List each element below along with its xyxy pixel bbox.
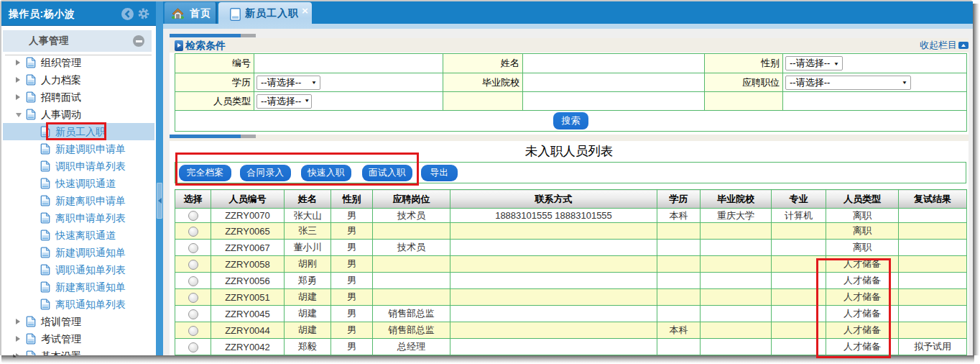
row-radio[interactable] <box>188 243 198 253</box>
cell: ZZRY0058 <box>211 256 285 273</box>
sidebar-item-label: 新建调职通知单 <box>55 244 126 261</box>
form-label: 性别 <box>705 54 783 73</box>
cell <box>657 306 701 322</box>
sidebar-item-0[interactable]: 组织管理 <box>3 54 154 71</box>
sidebar-item-2[interactable]: 招聘面试 <box>3 88 154 106</box>
doc-icon <box>40 247 50 258</box>
doc-icon <box>40 299 50 310</box>
form-select-position[interactable]: --请选择--▼ <box>785 76 911 90</box>
doc-icon <box>26 74 36 86</box>
tree-expander-icon[interactable] <box>16 336 20 342</box>
row-select-cell <box>175 240 211 256</box>
sidebar-item-12[interactable]: 调职通知单列表 <box>3 261 154 278</box>
tree-expander-icon[interactable] <box>16 319 20 324</box>
cell <box>373 256 450 273</box>
form-input-cell-school[interactable] <box>523 73 705 92</box>
sidebar-item-17[interactable]: 基本设置 <box>3 347 154 355</box>
doc-icon <box>40 195 50 206</box>
cell <box>373 289 450 306</box>
splitter-blue-segment <box>170 34 241 37</box>
row-radio[interactable] <box>188 342 198 352</box>
sidebar-item-label: 离职申请单列表 <box>55 209 126 227</box>
row-radio[interactable] <box>188 293 198 303</box>
cell <box>701 256 772 273</box>
row-radio[interactable] <box>188 227 198 237</box>
form-label: 毕业院校 <box>443 73 523 92</box>
sidebar-item-6[interactable]: 调职申请单列表 <box>3 158 154 175</box>
h-splitter-top[interactable] <box>170 34 256 37</box>
row-select-cell <box>175 289 211 306</box>
sidebar-item-1[interactable]: 人力档案 <box>3 71 154 88</box>
tab-new-employee-active[interactable]: 新员工入职 × <box>218 2 312 29</box>
cell <box>657 289 701 306</box>
sidebar-item-15[interactable]: 培训管理 <box>3 313 154 330</box>
sidebar-item-8[interactable]: 新建离职申请单 <box>3 192 154 209</box>
tree-expander-icon[interactable] <box>16 94 20 100</box>
search-row: 搜索 <box>175 111 967 132</box>
sidebar-item-label: 组织管理 <box>41 54 81 71</box>
sidebar-item-label: 快速调职通道 <box>55 175 116 192</box>
tab-home[interactable]: 首页 <box>165 2 217 24</box>
column-header: 专业 <box>772 190 826 209</box>
section-arrow-icon[interactable] <box>175 40 183 51</box>
sidebar-item-10[interactable]: 快速离职通道 <box>3 227 154 244</box>
sidebar-item-13[interactable]: 新建离职通知单 <box>3 278 154 296</box>
splitter-grip[interactable] <box>157 183 162 219</box>
cell: 销售部总监 <box>373 306 450 322</box>
sidebar-item-11[interactable]: 新建调职通知单 <box>3 244 154 261</box>
row-select-cell <box>175 306 211 322</box>
cell <box>899 240 967 256</box>
collapse-minus-icon[interactable] <box>133 35 144 47</box>
form-select-gender[interactable]: --请选择--▼ <box>785 56 843 70</box>
form-select-education[interactable]: --请选择--▼ <box>256 76 320 90</box>
row-radio[interactable] <box>188 326 198 336</box>
row-radio[interactable] <box>188 260 198 270</box>
form-cell: --请选择--▼ <box>254 73 443 92</box>
back-circle-icon[interactable] <box>121 8 134 20</box>
form-cell-empty <box>783 92 967 111</box>
cell: 离职 <box>826 209 899 223</box>
operator-label: 操作员:杨小波 <box>9 1 75 26</box>
row-select-cell <box>175 223 211 240</box>
cell <box>701 240 772 256</box>
form-input-cell-name[interactable] <box>523 54 705 73</box>
sidebar-item-16[interactable]: 考试管理 <box>3 330 154 347</box>
h-splitter-mid[interactable] <box>170 135 256 138</box>
collapse-section-icon[interactable] <box>958 42 969 49</box>
search-section-header: 检索条件 收起栏目 <box>170 38 969 53</box>
sidebar-item-3[interactable]: 人事调动 <box>3 106 154 123</box>
sidebar-item-9[interactable]: 离职申请单列表 <box>3 209 154 227</box>
cell <box>450 223 657 240</box>
row-radio[interactable] <box>188 276 198 286</box>
tree-expander-icon[interactable] <box>16 113 22 117</box>
sidebar-item-7[interactable]: 快速调职通道 <box>3 175 154 192</box>
sidebar-item-label: 新建离职申请单 <box>55 192 126 209</box>
sidebar-item-5[interactable]: 新建调职申请单 <box>3 140 154 158</box>
form-select-person-type[interactable]: --请选择--▼ <box>256 94 312 109</box>
sidebar-panel-header[interactable]: 人事管理 <box>3 30 152 52</box>
gear-icon[interactable] <box>138 8 149 19</box>
search-button[interactable]: 搜索 <box>553 112 588 129</box>
toolbar-button-export[interactable]: 导出 <box>421 165 458 181</box>
doc-icon <box>26 91 36 103</box>
form-input-cell-employee-code[interactable] <box>254 54 443 73</box>
sidebar: 操作员:杨小波 人事管理 组织管理人力档案招聘面试人事调动新员工入职新建调职申请… <box>1 1 156 355</box>
row-radio[interactable] <box>188 211 198 221</box>
sidebar-item-label: 培训管理 <box>41 313 81 330</box>
cell: 18883101555 18883101555 <box>450 209 657 223</box>
tab-close-icon[interactable]: × <box>301 6 309 15</box>
splitter-bar[interactable] <box>156 1 163 355</box>
column-header: 人员类型 <box>826 190 899 209</box>
cell <box>899 289 967 306</box>
tree-expander-icon[interactable] <box>16 77 20 83</box>
search-section-title: 检索条件 <box>185 38 226 53</box>
tree-expander-icon[interactable] <box>16 60 20 65</box>
row-radio[interactable] <box>188 309 198 319</box>
cell <box>657 273 701 289</box>
cell: 男 <box>331 223 373 240</box>
sidebar-item-14[interactable]: 离职通知单列表 <box>3 296 154 313</box>
collapse-section-label[interactable]: 收起栏目 <box>920 38 957 53</box>
list-section-bar <box>170 135 969 141</box>
tab-home-label: 首页 <box>190 2 211 24</box>
cell: 本科 <box>657 209 701 223</box>
